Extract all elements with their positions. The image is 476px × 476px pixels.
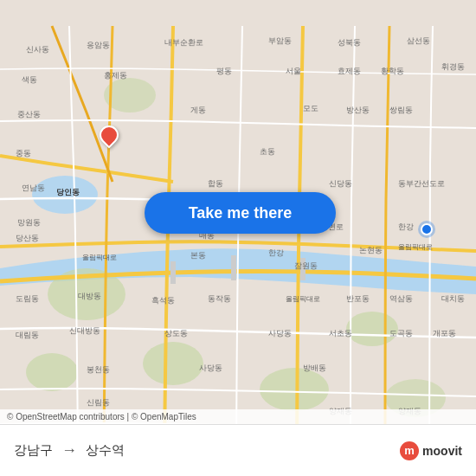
svg-text:효제동: 효제동 bbox=[338, 67, 361, 75]
svg-text:올림픽대로: 올림픽대로 bbox=[398, 243, 433, 251]
svg-text:신대방동: 신대방동 bbox=[69, 326, 100, 335]
svg-text:부암동: 부암동 bbox=[268, 36, 292, 45]
svg-text:평동: 평동 bbox=[216, 67, 232, 75]
svg-text:서울: 서울 bbox=[286, 67, 301, 75]
svg-text:내부순환로: 내부순환로 bbox=[164, 38, 203, 47]
svg-text:방배동: 방배동 bbox=[303, 363, 326, 372]
svg-text:게동: 게동 bbox=[190, 106, 206, 114]
map-attribution: © OpenStreetMap contributors | © OpenMap… bbox=[0, 409, 476, 424]
svg-text:도곡동: 도곡동 bbox=[389, 329, 413, 338]
svg-text:성북동: 성북동 bbox=[338, 38, 361, 47]
svg-text:당인동: 당인동 bbox=[56, 188, 80, 196]
svg-text:합동: 합동 bbox=[208, 179, 223, 188]
svg-text:한강: 한강 bbox=[398, 222, 414, 231]
attribution-text: © OpenStreetMap contributors | © OpenMap… bbox=[7, 412, 196, 421]
svg-text:중산동: 중산동 bbox=[17, 110, 41, 119]
svg-text:본동: 본동 bbox=[190, 251, 206, 260]
destination-pin bbox=[100, 125, 119, 145]
svg-text:당산동: 당산동 bbox=[16, 234, 39, 242]
route-from: 강남구 bbox=[14, 442, 53, 459]
svg-text:논현동: 논현동 bbox=[359, 246, 383, 254]
route-to: 상수역 bbox=[86, 442, 125, 459]
svg-text:대방동: 대방동 bbox=[78, 292, 101, 300]
svg-text:역삼동: 역삼동 bbox=[389, 294, 413, 303]
moovit-logo: m moovit bbox=[400, 441, 462, 460]
svg-text:올림픽대로: 올림픽대로 bbox=[286, 295, 320, 303]
svg-text:서초동: 서초동 bbox=[329, 329, 352, 338]
take-me-there-button[interactable]: Take me there bbox=[145, 192, 336, 234]
svg-text:사당동: 사당동 bbox=[199, 363, 222, 372]
svg-text:대림동: 대림동 bbox=[16, 331, 39, 339]
svg-text:봉천동: 봉천동 bbox=[87, 365, 110, 374]
svg-text:도림동: 도림동 bbox=[16, 294, 39, 303]
svg-text:상도동: 상도동 bbox=[164, 329, 188, 338]
svg-text:방산동: 방산동 bbox=[346, 106, 370, 114]
svg-text:휘경동: 휘경동 bbox=[441, 62, 465, 71]
svg-text:신사동: 신사동 bbox=[26, 45, 49, 54]
moovit-logo-icon: m bbox=[400, 441, 419, 460]
arrow-icon: → bbox=[61, 441, 77, 460]
svg-text:쌍림동: 쌍림동 bbox=[389, 106, 413, 114]
svg-text:신림동: 신림동 bbox=[87, 398, 110, 407]
svg-text:삼선동: 삼선동 bbox=[407, 36, 430, 45]
svg-text:한강: 한강 bbox=[268, 248, 284, 257]
svg-text:반포동: 반포동 bbox=[346, 294, 370, 303]
moovit-brand-text: moovit bbox=[422, 444, 462, 458]
svg-text:신당동: 신당동 bbox=[329, 179, 352, 188]
svg-text:연남동: 연남동 bbox=[22, 183, 45, 192]
svg-text:사당동: 사당동 bbox=[268, 329, 292, 338]
current-location-dot bbox=[421, 223, 433, 235]
svg-point-3 bbox=[143, 342, 203, 385]
svg-text:흑석동: 흑석동 bbox=[151, 296, 175, 305]
svg-text:개포동: 개포동 bbox=[433, 329, 456, 338]
svg-point-5 bbox=[260, 368, 329, 411]
pin-marker bbox=[95, 121, 122, 148]
map-container: 신사동 응암동 내부순환로 부암동 성북동 삼선동 색동 홍제동 평동 서울 효… bbox=[0, 0, 476, 476]
svg-text:동부간선도로: 동부간선도로 bbox=[398, 179, 445, 188]
bottom-navigation-bar: 강남구 → 상수역 m moovit bbox=[0, 424, 476, 476]
svg-text:황학동: 황학동 bbox=[381, 67, 404, 75]
svg-text:올림픽대로: 올림픽대로 bbox=[82, 254, 117, 261]
svg-text:홍제동: 홍제동 bbox=[104, 71, 127, 80]
svg-text:응암동: 응암동 bbox=[87, 41, 110, 49]
svg-text:동작동: 동작동 bbox=[208, 294, 231, 303]
svg-point-6 bbox=[26, 353, 78, 391]
map-svg: 신사동 응암동 내부순환로 부암동 성북동 삼선동 색동 홍제동 평동 서울 효… bbox=[0, 0, 476, 476]
svg-text:잠원동: 잠원동 bbox=[294, 261, 318, 270]
svg-text:모도: 모도 bbox=[303, 104, 318, 113]
svg-text:망원동: 망원동 bbox=[17, 218, 41, 227]
svg-text:색동: 색동 bbox=[22, 75, 37, 84]
svg-text:대치동: 대치동 bbox=[441, 294, 465, 303]
svg-text:초동: 초동 bbox=[260, 147, 275, 156]
svg-text:중동: 중동 bbox=[16, 149, 31, 158]
